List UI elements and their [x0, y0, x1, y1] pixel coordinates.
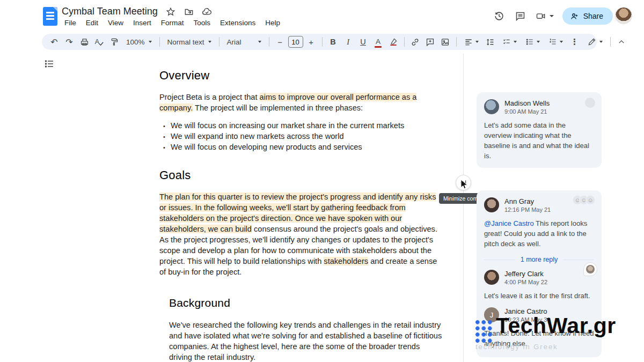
reply-jeffery[interactable]: Jeffery Clark 4:00 PM May 22 Let's leave… [484, 270, 594, 301]
emoji-reactions-icon[interactable]: ☺☺☺ [576, 195, 595, 205]
move-folder-icon[interactable] [184, 6, 194, 17]
menu-extensions[interactable]: Extensions [216, 18, 259, 28]
account-avatar[interactable] [615, 7, 632, 24]
menu-view[interactable]: View [104, 18, 127, 28]
menu-file[interactable]: File [61, 18, 80, 28]
toolbar-divider [456, 37, 457, 47]
menu-edit[interactable]: Edit [82, 18, 102, 28]
checklist-caret-icon [514, 41, 517, 43]
undo-icon[interactable]: ↶ [47, 35, 61, 49]
bullet-item: We will focus on developing new products… [159, 142, 443, 152]
bulleted-list-select[interactable] [522, 35, 544, 49]
docs-logo-icon[interactable] [43, 7, 57, 26]
cloud-saved-icon[interactable] [202, 6, 213, 17]
numbered-list-caret-icon [560, 41, 563, 43]
heading-overview: Overview [159, 69, 209, 83]
checklist-select[interactable] [499, 35, 521, 49]
background-paragraph: We've researched the following key trend… [169, 320, 444, 362]
avatar-madison-wells [484, 99, 499, 114]
share-button-label: Share [583, 12, 603, 20]
text-color-icon[interactable]: A [371, 35, 385, 49]
increase-font-size-button[interactable]: + [304, 35, 318, 49]
bulleted-list-caret-icon [537, 41, 540, 43]
insert-image-icon[interactable] [438, 35, 452, 49]
mention-link[interactable]: @Janice Castro [484, 219, 534, 227]
avatar-ann-gray [484, 197, 499, 212]
avatar-jeffery-clark [484, 270, 499, 285]
redo-icon[interactable]: ↷ [62, 35, 76, 49]
toolbar-divider [269, 37, 269, 47]
comment-author: Madison Wells [504, 99, 550, 108]
overview-text-rest: The project will be implemented in three… [193, 104, 363, 112]
add-comment-icon[interactable] [423, 35, 437, 49]
watermark-brand: TechWar.gr [496, 313, 616, 338]
video-call-caret-icon[interactable] [550, 15, 554, 17]
highlight-color-icon[interactable] [386, 35, 400, 49]
menu-insert[interactable]: Insert [129, 18, 155, 28]
zoom-select[interactable]: 100% [122, 35, 156, 49]
toolbar-divider [322, 37, 323, 47]
comment-timestamp: 9:00 AM May 21 [504, 108, 550, 115]
overview-paragraph: Project Beta is a project that aims to i… [159, 92, 443, 113]
paragraph-style-value: Normal text [167, 38, 204, 46]
font-value: Arial [227, 38, 241, 46]
numbered-list-icon [548, 38, 557, 46]
insert-link-icon[interactable] [408, 35, 422, 49]
menu-help[interactable]: Help [261, 18, 284, 28]
menu-tools[interactable]: Tools [190, 18, 215, 28]
menu-format[interactable]: Format [157, 18, 188, 28]
font-select[interactable]: Arial [223, 35, 265, 49]
toolbar-divider [404, 37, 405, 47]
star-icon[interactable] [165, 6, 176, 17]
overview-text-plain: Project Beta is a project that [159, 93, 260, 101]
align-select[interactable] [460, 35, 482, 49]
zoom-value: 100% [126, 38, 145, 46]
underline-icon[interactable]: U [356, 35, 370, 49]
checklist-icon [502, 38, 511, 46]
zoom-caret-icon [149, 41, 152, 43]
goals-text-rest: consensus around the project's goals and… [252, 225, 437, 233]
reaction-indicator-icon[interactable] [585, 98, 595, 108]
bullet-item: We will expand into new markets across t… [159, 131, 443, 142]
heading-goals: Goals [159, 168, 191, 182]
goals-stakeholders-highlighted[interactable]: stakeholders [324, 257, 368, 265]
version-history-icon[interactable] [493, 10, 506, 23]
open-comments-icon[interactable] [514, 10, 527, 23]
bulleted-list-icon [525, 38, 534, 46]
bullet-item: We will focus on increasing our market s… [159, 120, 443, 131]
paragraph-style-select[interactable]: Normal text [164, 35, 215, 49]
paint-format-icon[interactable] [107, 35, 121, 49]
goals-paragraph: The plan for this quarter is to review t… [159, 191, 443, 277]
toolbar-more-icon[interactable]: ⋮ [568, 35, 582, 49]
line-spacing-icon[interactable] [484, 35, 497, 49]
hide-menus-icon[interactable] [614, 35, 628, 49]
menu-bar: File Edit View Insert Format Tools Exten… [61, 18, 284, 28]
print-icon[interactable] [77, 35, 91, 49]
spellcheck-icon[interactable]: A [92, 35, 106, 49]
heading-background: Background [169, 297, 230, 309]
bold-icon[interactable]: B [326, 35, 340, 49]
watermark-tagline: technology in Greek [475, 343, 558, 351]
comment-card-madison[interactable]: Madison Wells 9:00 AM May 21 Let's add s… [477, 92, 602, 168]
comment-timestamp: 12:16 PM May 21 [504, 206, 551, 213]
decrease-font-size-button[interactable]: − [273, 35, 287, 49]
comment-author: Ann Gray [504, 197, 551, 206]
document-title[interactable]: Cymbal Team Meeting [62, 6, 158, 17]
toolbar-divider [159, 37, 160, 47]
google-docs-window: Cymbal Team Meeting File Edit View Inser… [0, 0, 644, 362]
toolbar-divider [610, 37, 611, 47]
video-call-icon[interactable] [536, 10, 554, 23]
document-outline-icon[interactable] [44, 58, 56, 69]
comments-panel-divider [463, 54, 464, 362]
toolbar-divider [219, 37, 219, 47]
overview-bullet-list: We will focus on increasing our market s… [159, 120, 443, 152]
align-caret-icon [475, 41, 479, 43]
numbered-list-select[interactable] [545, 35, 567, 49]
share-button[interactable]: Share [562, 8, 613, 25]
more-reply-link[interactable]: 1 more reply [521, 256, 558, 263]
comment-text: Let's add some data in the overview indi… [484, 120, 594, 161]
editing-mode-select[interactable] [584, 35, 606, 49]
formatting-toolbar: ↶ ↷ A 100% Normal text Arial − + B I U A [42, 34, 597, 50]
font-size-input[interactable] [288, 36, 303, 48]
italic-icon[interactable]: I [341, 35, 355, 49]
